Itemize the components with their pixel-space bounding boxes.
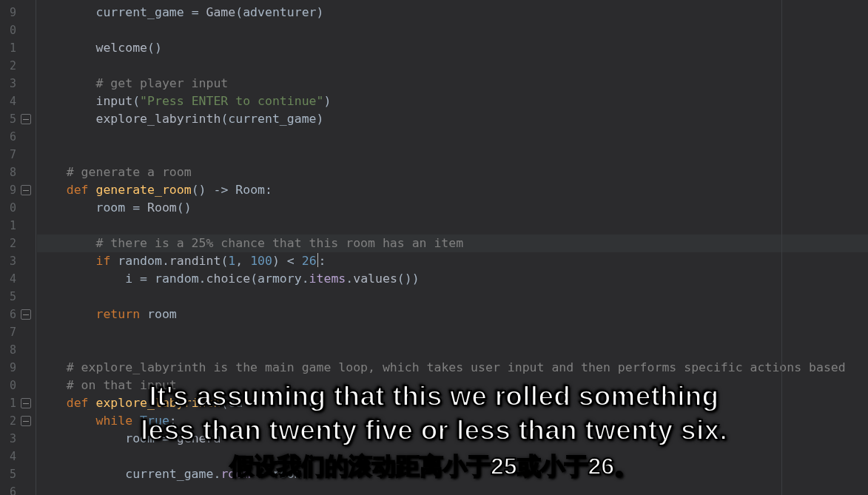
right-margin-guide bbox=[781, 0, 782, 495]
code-line[interactable]: room = Room() bbox=[37, 199, 868, 217]
line-number: 4 bbox=[0, 448, 16, 465]
line-number: 6 bbox=[0, 128, 16, 146]
line-number: 7 bbox=[0, 323, 16, 341]
line-number: 9 bbox=[0, 359, 16, 377]
code-editor[interactable]: 9012345678901234567890123456 current_gam… bbox=[0, 0, 868, 495]
fold-toggle-icon[interactable] bbox=[21, 185, 31, 195]
code-line[interactable]: welcome() bbox=[37, 39, 868, 57]
code-line[interactable]: # generate a room bbox=[37, 164, 868, 181]
code-line[interactable]: while True: bbox=[37, 412, 868, 430]
line-number: 3 bbox=[0, 75, 16, 92]
code-line[interactable]: # there is a 25% chance that this room h… bbox=[37, 235, 868, 252]
line-number: 5 bbox=[0, 288, 16, 306]
line-number: 2 bbox=[0, 412, 16, 430]
code-line[interactable] bbox=[37, 128, 868, 146]
line-number: 3 bbox=[0, 252, 16, 270]
code-line[interactable] bbox=[37, 341, 868, 359]
line-number: 3 bbox=[0, 430, 16, 448]
code-line[interactable]: i = random.choice(armory.items.values()) bbox=[37, 270, 868, 288]
line-number: 0 bbox=[0, 377, 16, 394]
code-line[interactable] bbox=[37, 483, 868, 495]
fold-toggle-icon[interactable] bbox=[21, 114, 31, 124]
line-number: 4 bbox=[0, 92, 16, 110]
line-number: 4 bbox=[0, 270, 16, 288]
line-number: 6 bbox=[0, 306, 16, 323]
code-line[interactable]: current_game = Game(adventurer) bbox=[37, 4, 868, 21]
line-number-gutter: 9012345678901234567890123456 bbox=[0, 0, 16, 495]
line-number: 1 bbox=[0, 39, 16, 57]
fold-toggle-icon[interactable] bbox=[21, 416, 31, 426]
code-line[interactable] bbox=[37, 448, 868, 465]
code-line[interactable]: # on that input bbox=[37, 377, 868, 394]
line-number: 7 bbox=[0, 146, 16, 164]
line-number: 0 bbox=[0, 21, 16, 39]
fold-toggle-icon[interactable] bbox=[21, 309, 31, 320]
code-line[interactable]: if random.randint(1, 100) < 26: bbox=[37, 252, 868, 270]
code-line[interactable]: def explore_labyrinth(cu g bbox=[37, 394, 868, 412]
text-caret bbox=[317, 253, 318, 267]
code-line[interactable] bbox=[37, 217, 868, 235]
code-line[interactable]: input("Press ENTER to continue") bbox=[37, 92, 868, 110]
code-line[interactable] bbox=[37, 146, 868, 164]
line-number: 9 bbox=[0, 181, 16, 199]
code-line[interactable] bbox=[37, 21, 868, 39]
code-line[interactable]: current_game.room = room bbox=[37, 465, 868, 483]
code-line[interactable]: explore_labyrinth(current_game) bbox=[37, 110, 868, 128]
code-line[interactable] bbox=[37, 323, 868, 341]
line-number: 5 bbox=[0, 465, 16, 483]
line-number: 0 bbox=[0, 199, 16, 217]
line-number: 9 bbox=[0, 4, 16, 21]
line-number: 8 bbox=[0, 341, 16, 359]
line-number: 2 bbox=[0, 235, 16, 252]
line-number: 2 bbox=[0, 57, 16, 75]
line-number: 1 bbox=[0, 217, 16, 235]
code-line[interactable]: # get player input bbox=[37, 75, 868, 92]
code-line[interactable] bbox=[37, 288, 868, 306]
fold-toggle-icon[interactable] bbox=[21, 398, 31, 408]
code-line[interactable]: def generate_room() -> Room: bbox=[37, 181, 868, 199]
code-area[interactable]: current_game = Game(adventurer) welcome(… bbox=[37, 0, 868, 495]
fold-column[interactable] bbox=[16, 0, 37, 495]
code-line[interactable]: room = genera bbox=[37, 430, 868, 448]
line-number: 8 bbox=[0, 164, 16, 181]
line-number: 1 bbox=[0, 394, 16, 412]
line-number: 5 bbox=[0, 110, 16, 128]
line-number: 6 bbox=[0, 483, 16, 495]
code-line[interactable]: # explore_labyrinth is the main game loo… bbox=[37, 359, 868, 377]
code-line[interactable]: return room bbox=[37, 306, 868, 323]
code-line[interactable] bbox=[37, 57, 868, 75]
